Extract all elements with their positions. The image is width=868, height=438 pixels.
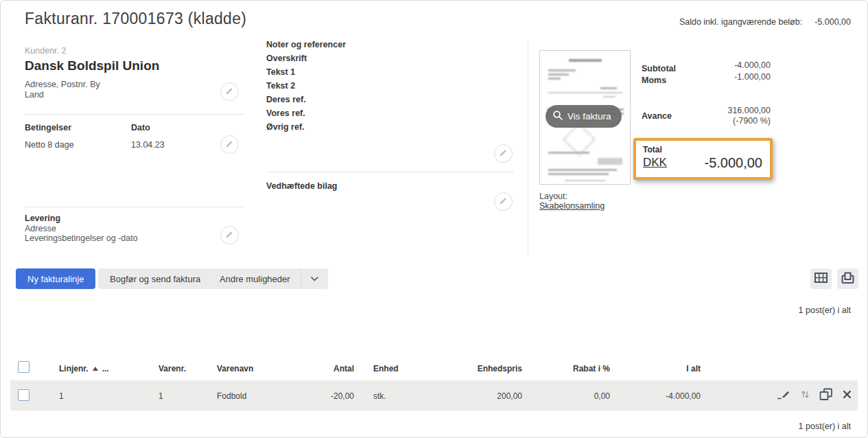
column-header-linjenr[interactable]: Linjenr. ...	[59, 364, 109, 373]
column-header-antal[interactable]: Antal	[289, 364, 354, 373]
pencil-icon	[499, 148, 508, 159]
customer-number: Kundenr. 2	[25, 46, 66, 56]
total-value: -5.000,00	[704, 155, 762, 171]
column-divider	[528, 41, 528, 255]
cell-varenavn: Fodbold	[217, 391, 246, 401]
pencil-icon	[225, 139, 234, 150]
date-value: 13.04.23	[131, 140, 165, 150]
edit-line-button[interactable]	[777, 389, 791, 402]
table-grid-icon	[814, 273, 828, 285]
note-field-overskrift: Overskrift	[266, 54, 346, 63]
layout-template-link[interactable]: Skabelonsamling	[539, 201, 605, 211]
margin-label: Avance	[642, 111, 672, 121]
up-down-arrows-icon	[801, 389, 810, 402]
delivery-address: Adresse	[25, 224, 138, 234]
row-actions	[777, 380, 852, 411]
other-options-label: Andre muligheder	[209, 274, 301, 284]
grid-view-button[interactable]	[810, 268, 832, 289]
delivery-section: Levering Adresse Leveringsbetingelser og…	[25, 214, 138, 244]
column-more-label[interactable]: ...	[102, 364, 109, 373]
layout-label: Layout:	[539, 192, 567, 201]
saldo-summary: Saldo inkl. igangværende beløb: -5.000,0…	[679, 17, 851, 27]
edit-attachments-button[interactable]	[494, 192, 513, 211]
column-header-enhedspris[interactable]: Enhedspris	[440, 364, 522, 373]
subtotal-value: -4.000,00	[734, 60, 771, 70]
cell-linjenr: 1	[59, 391, 64, 401]
cell-antal: -20,00	[289, 391, 354, 401]
print-icon	[841, 272, 854, 286]
post-and-send-button[interactable]: Bogfør og send faktura	[98, 268, 212, 289]
saldo-label: Saldo inkl. igangværende beløb:	[679, 17, 802, 27]
customer-country: Land	[25, 90, 100, 100]
row-checkbox[interactable]	[18, 389, 30, 401]
cell-varenr: 1	[159, 391, 163, 401]
delete-line-button[interactable]	[843, 390, 852, 401]
terms-label: Betingelser	[25, 123, 71, 132]
note-field-tekst2: Tekst 2	[266, 81, 346, 91]
divider	[25, 114, 244, 115]
invoice-lines-header: Linjenr. ... Varenr. Varenavn Antal Enhe…	[1, 358, 867, 380]
divider	[25, 207, 244, 207]
column-label: Linjenr.	[59, 364, 89, 373]
divider	[266, 172, 514, 172]
column-header-varenr[interactable]: Varenr.	[159, 364, 186, 373]
note-field-deres-ref: Deres ref.	[266, 95, 346, 104]
note-field-vores-ref: Vores ref.	[266, 108, 346, 118]
close-icon	[843, 390, 852, 401]
customer-name: Dansk Boldspil Union	[25, 58, 159, 73]
cell-enhed: stk.	[373, 391, 386, 401]
view-invoice-button[interactable]: Vis faktura	[546, 105, 622, 128]
currency-link[interactable]: DKK	[643, 156, 667, 170]
new-invoice-line-button[interactable]: Ny fakturalinje	[16, 268, 95, 289]
other-options-button[interactable]: Andre muligheder	[209, 268, 328, 289]
records-count-top: 1 post(er) i alt	[799, 306, 851, 315]
margin-value-block: 316.000,00 (-7900 %)	[727, 106, 771, 126]
column-header-enhed[interactable]: Enhed	[373, 364, 399, 373]
delivery-title: Levering	[25, 214, 138, 224]
total-label: Total	[643, 145, 662, 154]
edit-customer-button[interactable]	[220, 82, 239, 101]
terms-value: Netto 8 dage	[25, 140, 74, 150]
saldo-value: -5.000,00	[814, 17, 851, 27]
column-header-ialt[interactable]: I alt	[618, 364, 701, 373]
view-invoice-label: Vis faktura	[567, 111, 611, 122]
copy-line-button[interactable]	[819, 388, 833, 403]
delivery-conditions: Leveringsbetingelser og -dato	[25, 233, 138, 244]
watermark	[563, 123, 596, 156]
magnifier-icon	[552, 110, 563, 123]
pencil-icon	[225, 230, 234, 241]
note-field-ovrig-ref: Øvrig ref.	[266, 122, 346, 132]
cell-rabat: 0,00	[522, 391, 610, 401]
customer-address-line: Adresse, Postnr. By	[25, 80, 100, 90]
cell-enhedspris: 200,00	[440, 391, 522, 401]
vat-value: -1.000,00	[734, 72, 771, 82]
attachments-title: Vedhæftede bilag	[266, 181, 338, 191]
cell-ialt: -4.000,00	[618, 391, 701, 401]
copy-icon	[819, 388, 833, 403]
edit-notes-button[interactable]	[494, 144, 513, 163]
edit-terms-button[interactable]	[220, 135, 239, 154]
records-count-bottom: 1 post(er) i alt	[799, 422, 851, 431]
total-highlight-box: Total DKK -5.000,00	[633, 138, 773, 180]
notes-section: Noter og referencer Overskrift Tekst 1 T…	[266, 40, 346, 132]
print-button[interactable]	[837, 268, 858, 289]
date-label: Dato	[131, 123, 150, 132]
edit-pencil-icon	[777, 389, 791, 402]
invoice-draft-page: Fakturanr. 170001673 (kladde) Saldo inkl…	[0, 0, 868, 438]
sort-ascending-icon	[93, 367, 98, 371]
chevron-down-icon	[301, 276, 328, 281]
notes-title: Noter og referencer	[266, 40, 346, 49]
invoice-line-row[interactable]: 1 1 Fodbold -20,00 stk. 200,00 0,00 -4.0…	[10, 380, 858, 411]
customer-address: Adresse, Postnr. By Land	[25, 80, 100, 100]
reorder-line-button[interactable]	[801, 389, 810, 402]
pencil-icon	[225, 87, 234, 97]
page-title: Fakturanr. 170001673 (kladde)	[25, 10, 246, 28]
edit-delivery-button[interactable]	[220, 226, 239, 244]
column-header-varenavn[interactable]: Varenavn	[217, 364, 253, 373]
select-all-checkbox[interactable]	[18, 361, 30, 373]
column-header-rabat[interactable]: Rabat i %	[522, 364, 610, 373]
note-field-tekst1: Tekst 1	[266, 67, 346, 77]
pencil-icon	[499, 196, 508, 207]
margin-percent: (-7900 %)	[727, 116, 771, 126]
vat-label: Moms	[642, 76, 666, 85]
